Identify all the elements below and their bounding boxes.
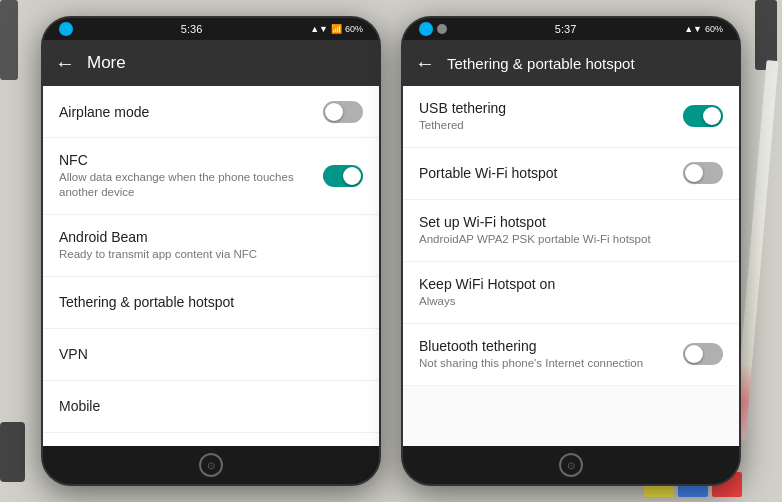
nfc-subtitle: Allow data exchange when the phone touch… [59,170,315,200]
app-bar-title-left: More [87,53,367,73]
app-bar-left: ← More [43,40,379,86]
mobile-title: Mobile [59,398,363,414]
app-bar-right: ← Tethering & portable hotspot [403,40,739,86]
status-icon-right2 [437,24,447,34]
nfc-toggle[interactable] [323,165,363,187]
settings-item-vpn[interactable]: VPN [43,329,379,381]
app-bar-title-right: Tethering & portable hotspot [447,55,727,72]
android-beam-subtitle: Ready to transmit app content via NFC [59,247,363,262]
portable-wifi-toggle[interactable] [683,162,723,184]
settings-item-bluetooth-tethering[interactable]: Bluetooth tethering Not sharing this pho… [403,324,739,386]
status-right-right: ▲▼ 60% [684,24,723,34]
settings-item-tethering[interactable]: Tethering & portable hotspot [43,277,379,329]
settings-item-airplane-mode[interactable]: Airplane mode [43,86,379,138]
binder-clip-left [0,0,18,80]
phone-bottom-right: ⊙ [403,446,739,484]
home-button-right[interactable]: ⊙ [559,453,583,477]
usb-tethering-toggle[interactable] [683,105,723,127]
android-beam-title: Android Beam [59,229,363,245]
back-button-right[interactable]: ← [415,53,435,73]
setup-wifi-subtitle: AndroidAP WPA2 PSK portable Wi-Fi hotspo… [419,232,723,247]
settings-item-portable-wifi[interactable]: Portable Wi-Fi hotspot [403,148,739,200]
screen-content-left: Airplane mode NFC Allow data exchange wh… [43,86,379,446]
status-time-right: 5:37 [555,23,576,35]
battery-percent-left: 60% [345,24,363,34]
keep-wifi-subtitle: Always [419,294,723,309]
skype-icon [59,22,73,36]
bluetooth-tethering-toggle[interactable] [683,343,723,365]
phone-right: 5:37 ▲▼ 60% ← Tethering & portable hotsp… [401,16,741,486]
usb-tethering-title: USB tethering [419,100,675,116]
screen-content-right: USB tethering Tethered Portable Wi-Fi ho… [403,86,739,446]
settings-item-nfc[interactable]: NFC Allow data exchange when the phone t… [43,138,379,215]
portable-wifi-title: Portable Wi-Fi hotspot [419,165,675,181]
signal-icon-left: ▲▼ [310,24,328,34]
status-left-icons [59,22,73,36]
usb-tethering-subtitle: Tethered [419,118,675,133]
tethering-title: Tethering & portable hotspot [59,294,363,310]
signal-icon-right: ▲▼ [684,24,702,34]
phones-container: 5:36 ▲▼ 📶 60% ← More Airplane mode [41,16,741,486]
bluetooth-tethering-subtitle: Not sharing this phone's Internet connec… [419,356,675,371]
battery-percent-right: 60% [705,24,723,34]
status-bar-left: 5:36 ▲▼ 📶 60% [43,18,379,40]
nfc-title: NFC [59,152,315,168]
phone-bottom-left: ⊙ [43,446,379,484]
airplane-mode-title: Airplane mode [59,104,315,120]
settings-item-mobile-plan[interactable]: Mobile plan [43,433,379,446]
phone-left: 5:36 ▲▼ 📶 60% ← More Airplane mode [41,16,381,486]
settings-item-mobile[interactable]: Mobile [43,381,379,433]
back-button-left[interactable]: ← [55,53,75,73]
skype-icon-right [419,22,433,36]
status-bar-right: 5:37 ▲▼ 60% [403,18,739,40]
settings-item-setup-wifi[interactable]: Set up Wi-Fi hotspot AndroidAP WPA2 PSK … [403,200,739,262]
home-button-left[interactable]: ⊙ [199,453,223,477]
airplane-mode-toggle[interactable] [323,101,363,123]
vpn-title: VPN [59,346,363,362]
bluetooth-tethering-title: Bluetooth tethering [419,338,675,354]
setup-wifi-title: Set up Wi-Fi hotspot [419,214,723,230]
status-right-left: ▲▼ 📶 60% [310,24,363,34]
status-time-left: 5:36 [181,23,202,35]
settings-item-android-beam[interactable]: Android Beam Ready to transmit app conte… [43,215,379,277]
keep-wifi-title: Keep WiFi Hotspot on [419,276,723,292]
settings-item-keep-wifi[interactable]: Keep WiFi Hotspot on Always [403,262,739,324]
binder-clip-top-right [755,0,777,70]
battery-icon-left: 📶 [331,24,342,34]
settings-item-usb-tethering[interactable]: USB tethering Tethered [403,86,739,148]
binder-clip-bottom-left [0,422,25,482]
status-left-icons-right [419,22,447,36]
